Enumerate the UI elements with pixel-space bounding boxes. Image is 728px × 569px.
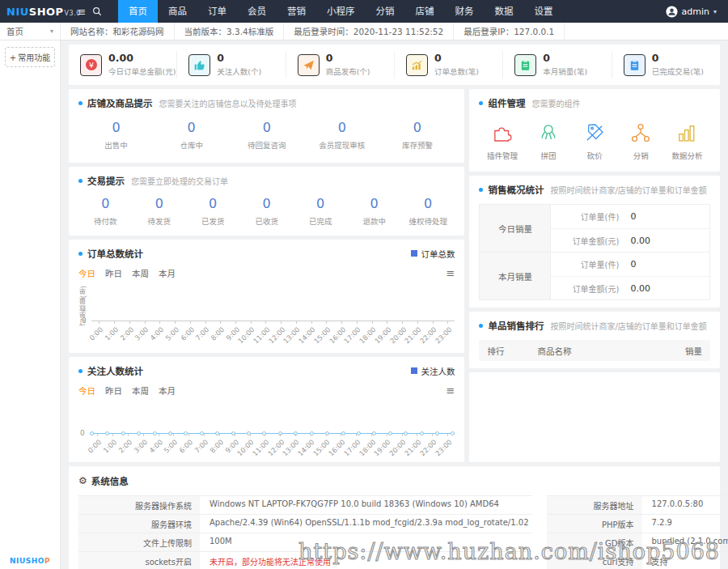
system-info-value: 100M — [200, 533, 532, 551]
bargain-icon — [572, 121, 618, 145]
component-groupbuy[interactable]: 拼团 — [526, 121, 572, 161]
sales-overview-row-month: 本月销量 订单量(件)0 订单金额(元)0.00 — [480, 253, 709, 300]
trade-tip-item[interactable]: 0 维权待处理 — [401, 197, 455, 227]
chart-tab[interactable]: 今日 — [78, 384, 95, 397]
hamburger-menu-icon[interactable]: ≡ — [71, 6, 92, 18]
x-axis-tick: 23:00 — [440, 434, 455, 456]
followers-chart-x-axis: 0:001:002:003:004:005:006:007:008:009:00… — [90, 434, 455, 456]
tip-label: 会员提现审核 — [304, 139, 379, 151]
x-axis-tick: 6:00 — [181, 434, 197, 456]
main-menu-item[interactable]: 店铺 — [405, 0, 445, 23]
shop-tip-item[interactable]: 0 会员提现审核 — [304, 121, 379, 151]
clipboard-green-icon — [514, 54, 536, 76]
chart-legend[interactable]: 关注人数 — [411, 365, 455, 377]
chart-tab[interactable]: 本月 — [159, 267, 176, 279]
system-info-row: 文件上传限制 100M — [78, 533, 532, 552]
tip-label: 待发货 — [132, 215, 185, 227]
followers-chart-panel: 关注人数统计 关注人数 今日昨日本周本月 ≡ 0 — [69, 357, 464, 462]
stat-label: 关注人数(个) — [217, 66, 261, 77]
logo-niu: NIU — [6, 6, 29, 18]
stat-today-order-amount[interactable]: ¥ 0.00今日订单总金额(元) — [69, 51, 176, 79]
tip-value: 0 — [401, 197, 455, 211]
quick-function-label: 常用功能 — [18, 53, 50, 62]
distribution-icon — [618, 121, 664, 145]
sidebar-footer-logo: NIUSHOP — [0, 557, 60, 565]
stat-goods-published[interactable]: 0商品发布(个) — [286, 51, 394, 79]
main-menu-item[interactable]: 商品 — [158, 0, 197, 23]
components-panel: 组件管理 您需要的组件 插件管理 — [469, 89, 720, 172]
row-group-label: 本月销量 — [480, 253, 551, 299]
right-column-filler — [469, 372, 720, 462]
tip-label: 待付款 — [78, 215, 132, 227]
x-axis-tick: 5:00 — [167, 321, 183, 344]
panel-title: 单品销售排行 — [488, 319, 544, 332]
stat-completed-trades[interactable]: 0已完成交易(笔) — [612, 51, 720, 79]
stat-label: 订单总数(笔) — [434, 66, 479, 77]
stat-month-sales[interactable]: 0本月销量(笔) — [502, 51, 611, 79]
tip-value: 0 — [78, 121, 154, 135]
tip-label: 库存预警 — [379, 139, 455, 151]
trade-tip-item[interactable]: 0 已发货 — [186, 197, 239, 227]
main-menu-item[interactable]: 小程序 — [316, 0, 366, 23]
order-chart-x-axis: 0:001:002:003:004:005:006:007:008:009:00… — [91, 321, 455, 344]
x-axis-tick: 1:00 — [105, 434, 121, 456]
panel-title: 交易提示 — [87, 174, 125, 187]
shop-tip-item[interactable]: 0 出售中 — [78, 121, 154, 151]
user-menu[interactable]: admin ▾ — [666, 6, 728, 18]
shop-tip-item[interactable]: 0 库存预警 — [379, 121, 455, 151]
chart-tab[interactable]: 本周 — [132, 267, 149, 279]
metric-label: 订单量(件) — [551, 210, 619, 223]
panel-dot-icon — [78, 252, 83, 256]
component-plugin-manage[interactable]: 插件管理 — [479, 121, 525, 161]
shop-tip-item[interactable]: 0 待回复咨询 — [229, 121, 304, 151]
component-data-analysis[interactable]: 数据分析 — [664, 121, 710, 161]
chart-tab[interactable]: 今日 — [78, 267, 95, 279]
x-axis-tick: 0:00 — [91, 321, 107, 344]
system-info-row: 服务器地址 127.0.0.5:80 — [547, 496, 728, 515]
main-menu-item[interactable]: 设置 — [524, 0, 564, 23]
breadcrumb-select[interactable]: 首页 ▾ — [0, 23, 61, 40]
component-distribution[interactable]: 分销 — [618, 121, 664, 161]
data-analysis-icon — [664, 121, 710, 145]
main-menu-item[interactable]: 数据 — [485, 0, 524, 23]
product-rank-header: 排行 商品名称 销量 — [479, 340, 710, 361]
avatar-icon — [666, 6, 678, 18]
stat-value: 0 — [543, 53, 587, 64]
stat-order-total[interactable]: 0订单总数(笔) — [394, 51, 502, 79]
main-menu-item[interactable]: 营销 — [277, 0, 316, 23]
niushop-admin-dashboard: { "colors":{"accent":"#1e9fff","num-blue… — [0, 0, 728, 569]
trade-tip-item[interactable]: 0 待发货 — [132, 197, 185, 227]
chart-legend[interactable]: 订单总数 — [411, 248, 455, 260]
tip-value: 0 — [379, 121, 455, 135]
username: admin — [682, 6, 709, 17]
panel-title: 关注人数统计 — [87, 364, 143, 377]
x-axis-tick: 2:00 — [121, 321, 137, 344]
chart-tab[interactable]: 本月 — [159, 384, 176, 397]
main-menu-item[interactable]: 订单 — [197, 0, 237, 23]
tip-value: 0 — [294, 197, 347, 211]
main-menu-item[interactable]: 分销 — [366, 0, 405, 23]
chart-tab[interactable]: 本周 — [132, 384, 149, 397]
trade-tip-item[interactable]: 0 已完成 — [294, 197, 347, 227]
component-bargain[interactable]: 砍价 — [572, 121, 618, 161]
main-menu-item[interactable]: 会员 — [237, 0, 277, 23]
main-menu-item[interactable]: 首页 — [118, 0, 158, 23]
site-info-item: 网站名称：和彩花源码网 — [61, 23, 175, 40]
system-info-row: 服务器环境 Apache/2.4.39 (Win64) OpenSSL/1.1.… — [78, 515, 532, 533]
chart-tab[interactable]: 昨日 — [105, 384, 122, 397]
main-menu-item[interactable]: 财务 — [445, 0, 485, 23]
logo-shop: SHOP — [29, 6, 64, 18]
trade-tip-item[interactable]: 0 已收货 — [239, 197, 293, 227]
site-info-value: 2020-11-23 11:52:52 — [353, 27, 444, 36]
add-quick-function-button[interactable]: +常用功能 — [5, 47, 55, 67]
trade-tip-item[interactable]: 0 待付款 — [78, 197, 132, 227]
chart-toolbox-icon[interactable]: ≡ — [447, 270, 455, 278]
chart-toolbox-icon[interactable]: ≡ — [447, 387, 455, 395]
chart-tab[interactable]: 昨日 — [105, 267, 122, 279]
trade-tip-item[interactable]: 0 退款中 — [347, 197, 400, 227]
search-icon[interactable] — [92, 6, 113, 16]
shop-tip-item[interactable]: 0 仓库中 — [154, 121, 229, 151]
left-column: 店铺及商品提示 您需要关注的店铺信息以及待处理事项 0 出售中 0 — [69, 89, 464, 462]
stat-followers[interactable]: 0关注人数(个) — [176, 51, 285, 79]
site-info-item: 当前版本：3.3.4标准版 — [175, 23, 285, 40]
